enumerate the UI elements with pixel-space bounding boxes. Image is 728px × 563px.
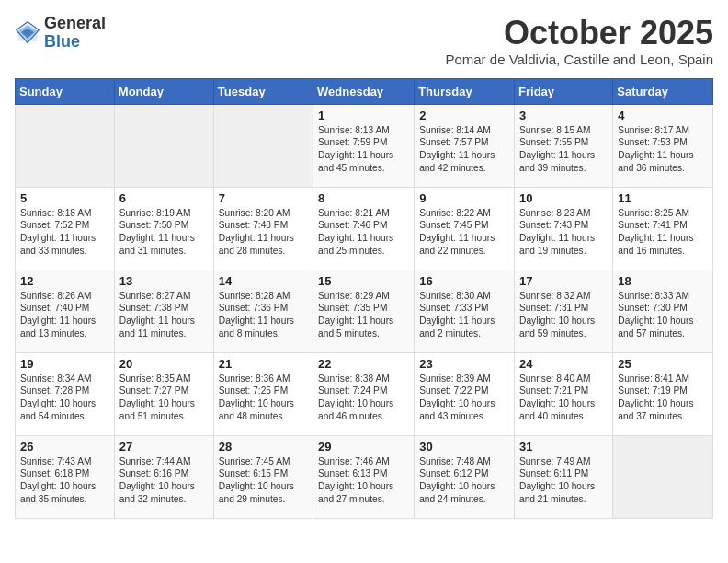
day-number: 14: [219, 274, 308, 288]
day-info: Sunrise: 8:32 AM Sunset: 7:31 PM Dayligh…: [519, 290, 608, 340]
day-info: Sunrise: 7:46 AM Sunset: 6:13 PM Dayligh…: [318, 455, 409, 506]
day-info: Sunrise: 8:29 AM Sunset: 7:35 PM Dayligh…: [318, 290, 409, 340]
day-info: Sunrise: 8:30 AM Sunset: 7:33 PM Dayligh…: [419, 290, 509, 340]
day-info: Sunrise: 8:23 AM Sunset: 7:43 PM Dayligh…: [519, 207, 608, 258]
day-info: Sunrise: 8:20 AM Sunset: 7:48 PM Dayligh…: [219, 207, 308, 258]
day-info: Sunrise: 8:17 AM Sunset: 7:53 PM Dayligh…: [618, 124, 708, 175]
day-number: 8: [318, 191, 409, 205]
calendar-cell: 28Sunrise: 7:45 AM Sunset: 6:15 PM Dayli…: [213, 435, 313, 518]
day-number: 4: [618, 109, 708, 122]
day-info: Sunrise: 8:22 AM Sunset: 7:45 PM Dayligh…: [419, 207, 509, 258]
day-info: Sunrise: 7:48 AM Sunset: 6:12 PM Dayligh…: [419, 455, 509, 506]
calendar-cell: 29Sunrise: 7:46 AM Sunset: 6:13 PM Dayli…: [313, 435, 415, 518]
day-info: Sunrise: 8:15 AM Sunset: 7:55 PM Dayligh…: [519, 124, 608, 175]
logo-icon: [15, 20, 40, 46]
day-number: 18: [618, 274, 708, 288]
day-number: 22: [318, 357, 409, 371]
day-info: Sunrise: 8:14 AM Sunset: 7:57 PM Dayligh…: [419, 124, 509, 175]
day-number: 12: [20, 274, 109, 288]
weekday-header-thursday: Thursday: [415, 78, 515, 104]
calendar-cell: [16, 104, 115, 187]
day-info: Sunrise: 8:36 AM Sunset: 7:25 PM Dayligh…: [219, 373, 308, 423]
day-number: 25: [618, 357, 708, 371]
day-number: 9: [419, 191, 509, 205]
day-number: 26: [20, 440, 109, 454]
month-title: October 2025: [445, 15, 713, 52]
calendar-cell: 1Sunrise: 8:13 AM Sunset: 7:59 PM Daylig…: [313, 104, 415, 187]
day-number: 2: [419, 109, 509, 122]
day-number: 21: [219, 357, 308, 371]
day-number: 11: [618, 191, 708, 205]
day-info: Sunrise: 8:21 AM Sunset: 7:46 PM Dayligh…: [318, 207, 409, 258]
calendar-table: SundayMondayTuesdayWednesdayThursdayFrid…: [15, 78, 713, 519]
calendar-cell: 6Sunrise: 8:19 AM Sunset: 7:50 PM Daylig…: [114, 187, 213, 270]
day-number: 10: [519, 191, 608, 205]
calendar-cell: 26Sunrise: 7:43 AM Sunset: 6:18 PM Dayli…: [16, 435, 115, 518]
day-number: 28: [219, 440, 308, 454]
day-info: Sunrise: 8:33 AM Sunset: 7:30 PM Dayligh…: [618, 290, 708, 340]
logo-blue-text: Blue: [44, 32, 80, 51]
calendar-cell: 5Sunrise: 8:18 AM Sunset: 7:52 PM Daylig…: [16, 187, 115, 270]
calendar-cell: 22Sunrise: 8:38 AM Sunset: 7:24 PM Dayli…: [313, 352, 415, 435]
calendar-week-4: 19Sunrise: 8:34 AM Sunset: 7:28 PM Dayli…: [16, 352, 713, 435]
calendar-cell: 24Sunrise: 8:40 AM Sunset: 7:21 PM Dayli…: [515, 352, 613, 435]
logo: General Blue: [15, 15, 106, 52]
calendar-cell: 27Sunrise: 7:44 AM Sunset: 6:16 PM Dayli…: [114, 435, 213, 518]
day-number: 5: [20, 191, 109, 205]
weekday-header-monday: Monday: [114, 78, 213, 104]
weekday-header-wednesday: Wednesday: [313, 78, 415, 104]
calendar-week-2: 5Sunrise: 8:18 AM Sunset: 7:52 PM Daylig…: [16, 187, 713, 270]
calendar-cell: 23Sunrise: 8:39 AM Sunset: 7:22 PM Dayli…: [415, 352, 515, 435]
calendar-cell: 25Sunrise: 8:41 AM Sunset: 7:19 PM Dayli…: [613, 352, 713, 435]
title-block: October 2025 Pomar de Valdivia, Castille…: [445, 15, 713, 67]
day-info: Sunrise: 8:25 AM Sunset: 7:41 PM Dayligh…: [618, 207, 708, 258]
day-number: 6: [119, 191, 209, 205]
weekday-header-sunday: Sunday: [16, 78, 115, 104]
calendar-cell: 10Sunrise: 8:23 AM Sunset: 7:43 PM Dayli…: [515, 187, 613, 270]
day-info: Sunrise: 8:26 AM Sunset: 7:40 PM Dayligh…: [20, 290, 109, 340]
calendar-cell: 4Sunrise: 8:17 AM Sunset: 7:53 PM Daylig…: [613, 104, 713, 187]
calendar-cell: 2Sunrise: 8:14 AM Sunset: 7:57 PM Daylig…: [415, 104, 515, 187]
calendar-cell: 17Sunrise: 8:32 AM Sunset: 7:31 PM Dayli…: [515, 270, 613, 352]
calendar-cell: 21Sunrise: 8:36 AM Sunset: 7:25 PM Dayli…: [213, 352, 313, 435]
day-number: 16: [419, 274, 509, 288]
day-number: 7: [219, 191, 308, 205]
logo-general-text: General: [44, 14, 106, 32]
calendar-cell: [213, 104, 313, 187]
calendar-cell: 11Sunrise: 8:25 AM Sunset: 7:41 PM Dayli…: [613, 187, 713, 270]
calendar-cell: 16Sunrise: 8:30 AM Sunset: 7:33 PM Dayli…: [415, 270, 515, 352]
calendar-cell: 7Sunrise: 8:20 AM Sunset: 7:48 PM Daylig…: [213, 187, 313, 270]
calendar-cell: 3Sunrise: 8:15 AM Sunset: 7:55 PM Daylig…: [515, 104, 613, 187]
day-info: Sunrise: 8:34 AM Sunset: 7:28 PM Dayligh…: [20, 373, 109, 423]
day-number: 20: [119, 357, 209, 371]
weekday-header-row: SundayMondayTuesdayWednesdayThursdayFrid…: [16, 78, 713, 104]
day-info: Sunrise: 8:13 AM Sunset: 7:59 PM Dayligh…: [318, 124, 409, 175]
day-info: Sunrise: 7:45 AM Sunset: 6:15 PM Dayligh…: [219, 455, 308, 506]
weekday-header-tuesday: Tuesday: [213, 78, 313, 104]
day-number: 3: [519, 109, 608, 122]
day-number: 17: [519, 274, 608, 288]
calendar-cell: 14Sunrise: 8:28 AM Sunset: 7:36 PM Dayli…: [213, 270, 313, 352]
day-info: Sunrise: 7:44 AM Sunset: 6:16 PM Dayligh…: [119, 455, 209, 506]
day-info: Sunrise: 8:28 AM Sunset: 7:36 PM Dayligh…: [219, 290, 308, 340]
page-header: General Blue October 2025 Pomar de Valdi…: [15, 15, 713, 67]
calendar-cell: [613, 435, 713, 518]
day-number: 29: [318, 440, 409, 454]
day-number: 31: [519, 440, 608, 454]
day-number: 1: [318, 109, 409, 122]
day-info: Sunrise: 8:38 AM Sunset: 7:24 PM Dayligh…: [318, 373, 409, 423]
calendar-cell: [114, 104, 213, 187]
calendar-cell: 31Sunrise: 7:49 AM Sunset: 6:11 PM Dayli…: [515, 435, 613, 518]
calendar-cell: 30Sunrise: 7:48 AM Sunset: 6:12 PM Dayli…: [415, 435, 515, 518]
day-info: Sunrise: 8:40 AM Sunset: 7:21 PM Dayligh…: [519, 373, 608, 423]
day-info: Sunrise: 8:27 AM Sunset: 7:38 PM Dayligh…: [119, 290, 209, 340]
day-number: 19: [20, 357, 109, 371]
day-info: Sunrise: 8:18 AM Sunset: 7:52 PM Dayligh…: [20, 207, 109, 258]
day-info: Sunrise: 8:39 AM Sunset: 7:22 PM Dayligh…: [419, 373, 509, 423]
calendar-cell: 19Sunrise: 8:34 AM Sunset: 7:28 PM Dayli…: [16, 352, 115, 435]
calendar-week-1: 1Sunrise: 8:13 AM Sunset: 7:59 PM Daylig…: [16, 104, 713, 187]
calendar-cell: 8Sunrise: 8:21 AM Sunset: 7:46 PM Daylig…: [313, 187, 415, 270]
calendar-cell: 12Sunrise: 8:26 AM Sunset: 7:40 PM Dayli…: [16, 270, 115, 352]
day-number: 13: [119, 274, 209, 288]
calendar-cell: 9Sunrise: 8:22 AM Sunset: 7:45 PM Daylig…: [415, 187, 515, 270]
